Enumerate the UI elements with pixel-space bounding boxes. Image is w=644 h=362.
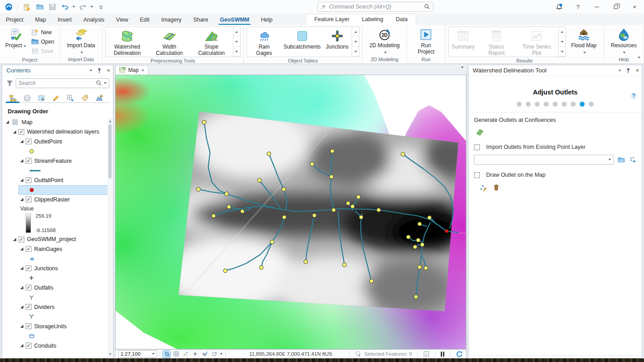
layer-visibility-checkbox[interactable]: ✓ xyxy=(18,237,24,242)
layer-row-map[interactable]: Map xyxy=(2,117,113,127)
snap-point-toggle-button[interactable] xyxy=(191,351,199,358)
menu-tab-share[interactable]: Share xyxy=(188,15,214,25)
view-tabs-overflow-chevron[interactable] xyxy=(461,67,464,68)
point-layer-combo[interactable] xyxy=(474,155,614,165)
ribbon-button-new[interactable]: New xyxy=(30,27,57,37)
context-tab-feature-layer[interactable]: Feature Layer xyxy=(308,14,356,25)
layer-row-storageunits[interactable]: ✓StorageUnits xyxy=(2,322,113,331)
ribbon-button-run-project[interactable]: Run Project xyxy=(410,27,442,56)
open-project-button[interactable] xyxy=(35,2,45,12)
ribbon-button-subcatchments[interactable]: Subcatchments xyxy=(282,28,323,51)
contents-tab-perspective[interactable] xyxy=(94,93,104,103)
symbol-yellow-point[interactable] xyxy=(2,147,113,156)
close-view-icon[interactable]: × xyxy=(141,67,144,73)
menu-tab-help[interactable]: Help xyxy=(255,15,278,25)
gallery-scroll-strip[interactable] xyxy=(558,27,565,57)
command-search[interactable] xyxy=(318,2,434,12)
symbol-teal-line[interactable] xyxy=(2,166,113,176)
layer-row-dividers[interactable]: ✓Dividers xyxy=(2,302,113,312)
ribbon-button-resources[interactable]: Resources xyxy=(607,27,641,56)
layer-row-junctions[interactable]: ✓Junctions xyxy=(2,264,113,273)
layer-row-outfallpoint[interactable]: ✓OutfallPoint xyxy=(2,175,113,185)
ribbon-button-watershed-delineation[interactable]: Watershed Delineation xyxy=(107,28,148,57)
symbol-raingage[interactable] xyxy=(2,254,113,264)
symbol-outfall[interactable] xyxy=(2,293,113,303)
menu-tab-geoswmm[interactable]: GeoSWMM xyxy=(214,15,255,25)
gallery-expand[interactable] xyxy=(559,47,565,57)
undo-button[interactable] xyxy=(60,2,70,12)
ribbon-button-slope-calculation[interactable]: Slope Calculation xyxy=(191,28,232,57)
layer-visibility-checkbox[interactable]: ✓ xyxy=(26,285,31,290)
expander-icon[interactable] xyxy=(20,267,23,270)
expander-icon[interactable] xyxy=(20,325,23,328)
search-options-chevron[interactable] xyxy=(104,82,107,84)
rotate-tool-button[interactable] xyxy=(210,351,218,358)
close-panel-button[interactable]: × xyxy=(107,67,110,74)
add-point-layer-button[interactable] xyxy=(629,156,636,164)
layer-visibility-checkbox[interactable]: ✓ xyxy=(26,304,31,310)
layer-visibility-checkbox[interactable]: ✓ xyxy=(26,246,31,252)
gallery-scroll-down[interactable] xyxy=(559,37,565,47)
menu-tab-map[interactable]: Map xyxy=(29,15,52,25)
layer-row-conduits[interactable]: ✓Conduits xyxy=(2,341,113,351)
ribbon-button-project[interactable]: Project xyxy=(3,27,29,49)
expander-icon[interactable] xyxy=(13,130,16,134)
context-tab-labeling[interactable]: Labeling xyxy=(356,14,389,25)
menu-tab-insert[interactable]: Insert xyxy=(52,15,77,25)
ribbon-button-width-calculation[interactable]: Width Calculation xyxy=(149,28,190,57)
gallery-scroll-up[interactable] xyxy=(233,27,240,37)
ribbon-button-import-data[interactable]: Import Data xyxy=(63,27,99,56)
ribbon-button-junctions[interactable]: Junctions xyxy=(324,28,351,51)
layer-visibility-checkbox[interactable]: ✓ xyxy=(26,265,31,271)
ribbon-collapse-chevron[interactable] xyxy=(638,57,640,58)
layer-row-streamfeature[interactable]: ✓StreamFeature xyxy=(2,156,113,166)
restore-button[interactable] xyxy=(606,0,625,13)
expander-icon[interactable] xyxy=(20,179,23,182)
layer-visibility-checkbox[interactable]: ✓ xyxy=(26,197,31,202)
layer-visibility-checkbox[interactable]: ✓ xyxy=(26,158,31,164)
contents-tab-editing[interactable] xyxy=(51,93,61,103)
expander-icon[interactable] xyxy=(20,305,23,308)
selection-box-icon[interactable] xyxy=(423,351,429,357)
menu-tab-imagery[interactable]: Imagery xyxy=(155,15,187,25)
symbol-storage[interactable] xyxy=(2,331,113,341)
layer-row-outletpoint[interactable]: ✓OutletPoint xyxy=(2,137,113,147)
customize-quick-access-button[interactable] xyxy=(96,2,106,12)
symbol-conduit-line[interactable] xyxy=(2,351,113,352)
pin-icon[interactable] xyxy=(96,67,103,74)
menu-tab-view[interactable]: View xyxy=(110,15,134,25)
save-project-button[interactable] xyxy=(22,2,32,12)
delete-outlet-trash-button[interactable] xyxy=(492,183,500,191)
map-scale-combo[interactable]: 1:27,100 xyxy=(118,350,157,358)
import-outlets-checkbox[interactable] xyxy=(474,144,480,150)
close-button[interactable]: × xyxy=(625,0,644,13)
gallery-scroll-strip[interactable] xyxy=(352,27,359,57)
expander-icon[interactable] xyxy=(20,344,23,347)
expander-icon[interactable] xyxy=(20,140,23,143)
close-panel-button[interactable]: × xyxy=(635,67,639,74)
raster-color-ramp[interactable] xyxy=(26,213,31,233)
ribbon-button-open[interactable]: Open xyxy=(30,37,57,46)
expander-icon[interactable] xyxy=(20,198,23,201)
layer-row-watershed-delineation-layers[interactable]: ✓Watershed delineation layers xyxy=(2,127,113,137)
layer-row-geoswmm-project[interactable]: ✓GeoSWMM_project xyxy=(2,235,113,245)
expander-icon[interactable] xyxy=(6,121,9,124)
scroll-down-arrow[interactable]: ▼ xyxy=(108,352,112,356)
scroll-up-arrow[interactable]: ▲ xyxy=(108,119,112,123)
contents-tab-selection[interactable] xyxy=(36,93,46,103)
menu-tab-edit[interactable]: Edit xyxy=(134,15,156,25)
symbol-junction[interactable] xyxy=(2,273,113,283)
contents-search[interactable] xyxy=(16,78,109,88)
panel-menu-chevron[interactable] xyxy=(89,70,92,72)
gallery-scroll-down[interactable] xyxy=(352,37,359,47)
expander-icon[interactable] xyxy=(20,247,23,250)
pause-drawing-button[interactable] xyxy=(441,352,444,357)
map-view-tab[interactable]: Map × xyxy=(115,65,148,75)
layer-row-raingages[interactable]: ✓RainGages xyxy=(2,244,113,254)
minimize-button[interactable] xyxy=(587,0,606,13)
snapping-toggle-button[interactable] xyxy=(182,351,189,358)
contents-search-input[interactable] xyxy=(18,80,94,86)
contents-tab-data-source[interactable] xyxy=(22,93,32,103)
gallery-expand[interactable] xyxy=(233,47,240,57)
gallery-scroll-down[interactable] xyxy=(233,37,240,47)
